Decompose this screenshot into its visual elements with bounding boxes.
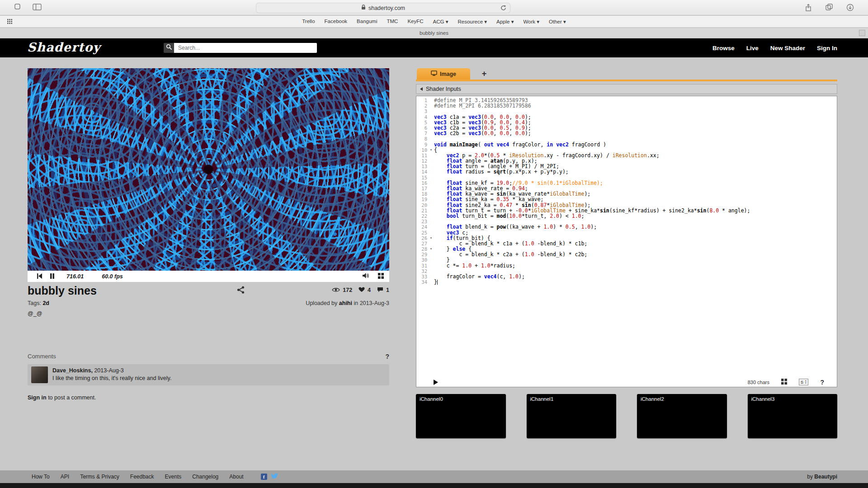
line-number: 11 (416, 153, 428, 158)
volume-icon[interactable] (362, 272, 370, 281)
channel-slot-1[interactable]: iChannel1 (527, 394, 617, 438)
nav-new-shader[interactable]: New Shader (770, 45, 805, 52)
avatar[interactable] (31, 366, 48, 383)
site-search (164, 43, 317, 53)
facebook-icon[interactable]: f (261, 474, 267, 480)
add-tab-button[interactable]: + (479, 68, 489, 80)
footer-link-api[interactable]: API (61, 474, 69, 480)
address-bar[interactable]: shadertoy.com (256, 3, 510, 13)
nav-live[interactable]: Live (746, 45, 759, 52)
bookmark-item[interactable]: ACG ▾ (433, 19, 448, 25)
code-line[interactable]: 24 float blend_k = pow((ka_wave + 1.0) *… (416, 224, 837, 230)
bookmark-item[interactable]: Resourece ▾ (458, 19, 487, 25)
bookmark-item[interactable]: Other ▾ (549, 19, 566, 25)
monitor-icon (431, 70, 437, 77)
bookmark-item[interactable]: Apple ▾ (496, 19, 514, 25)
code-line[interactable]: 9void mainImage( out vec4 fragColor, in … (416, 142, 837, 147)
author-link[interactable]: ahihi (339, 300, 352, 306)
line-number: 1 (416, 98, 428, 103)
channel-slot-2[interactable]: iChannel2 (637, 394, 727, 438)
bookmark-item[interactable]: TMC (387, 19, 398, 25)
nav-sign-in[interactable]: Sign In (817, 45, 837, 52)
share-browser-icon[interactable] (805, 4, 812, 12)
reload-icon[interactable] (500, 5, 506, 12)
sidebar-toggle-icon[interactable] (33, 4, 42, 10)
code-line[interactable]: 27 c = blend_k * c1a + (1.0 -blend_k) * … (416, 241, 837, 246)
code-line[interactable]: 14 float radius = sqrt(p.x*p.x + p.y*p.y… (416, 169, 837, 174)
shadertoy-logo[interactable]: Shadertoy (27, 40, 100, 54)
comments-help-button[interactable]: ? (385, 353, 389, 360)
bookmark-item[interactable]: Work ▾ (523, 19, 539, 25)
likes-icon[interactable] (359, 286, 365, 294)
channel-label: iChannel2 (641, 396, 664, 402)
tab-overview-icon[interactable] (826, 4, 833, 10)
font-size-stepper[interactable]: S ▲▼ (799, 379, 808, 385)
signin-link[interactable]: Sign in (28, 394, 47, 401)
downloads-icon[interactable] (846, 4, 854, 11)
tab-image[interactable]: Image (417, 68, 470, 80)
editor-column: Image + Shader Inputs 1#define M_PI 3.14… (416, 68, 837, 438)
bookmark-item[interactable]: KeyFC (407, 19, 423, 25)
player-bar: 716.01 60.0 fps (28, 271, 389, 282)
bookmark-item[interactable]: Bangumi (357, 19, 377, 25)
views-icon (332, 286, 340, 294)
line-number: 4 (416, 114, 428, 120)
nav-browse[interactable]: Browse (712, 45, 735, 52)
bookmark-item[interactable]: Trello (302, 19, 315, 25)
compile-button[interactable] (434, 380, 438, 385)
code-line[interactable]: 7vec3 c2b = vec3(0.0, 0.0, 0.0); (416, 131, 837, 136)
footer-link-changelog[interactable]: Changelog (192, 474, 218, 480)
channel-slot-3[interactable]: iChannel3 (748, 394, 838, 438)
shader-inputs-toggle[interactable]: Shader Inputs (416, 84, 837, 94)
line-number: 17 (416, 186, 428, 191)
code-line[interactable]: 29 c = blend_k * c2a + (1.0 -blend_k) * … (416, 252, 837, 257)
code-line[interactable]: 22 bool turn_bit = mod(10.0*turn_t, 2.0)… (416, 213, 837, 219)
collapse-arrow-icon (420, 87, 423, 91)
code-line[interactable]: 34} (416, 279, 837, 285)
code-area[interactable]: 1#define M_PI 3.1415926535897932#define … (416, 96, 837, 377)
line-number: 10 (416, 147, 428, 153)
rewind-button[interactable] (37, 272, 42, 281)
editor-fullscreen-icon[interactable] (781, 378, 787, 386)
pause-button[interactable] (50, 272, 55, 281)
uploaded-line: Uploaded by ahihi in 2013-Aug-3 (306, 300, 389, 306)
fold-arrow-icon[interactable]: ▾ (428, 246, 434, 252)
fold-arrow-icon[interactable]: ▾ (428, 147, 434, 153)
fullscreen-icon[interactable] (378, 272, 384, 281)
active-tab-title[interactable]: bubbly sines (420, 30, 448, 36)
new-tab-button[interactable] (859, 30, 865, 36)
footer-link-feedback[interactable]: Feedback (130, 474, 154, 480)
footer-link-events[interactable]: Events (165, 474, 182, 480)
search-input[interactable] (174, 43, 317, 53)
browser-tab-bar: bubbly sines (0, 28, 868, 38)
code-line[interactable]: 31 c *= 1.0 + 1.0*radius; (416, 263, 837, 268)
bookmarks-grid-icon[interactable] (7, 19, 12, 25)
footer-link-how-to[interactable]: How To (32, 474, 50, 480)
line-number: 23 (416, 219, 428, 224)
window-controls-icon[interactable] (14, 4, 20, 9)
tag-2d[interactable]: 2d (42, 300, 49, 306)
line-number: 25 (416, 230, 428, 235)
lock-icon (361, 5, 366, 11)
bookmark-item[interactable]: Facebook (325, 19, 348, 25)
code-line[interactable]: 2#define M_2PI 6.283185307179586 (416, 103, 837, 108)
comment-item: Dave_Hoskins, 2013-Aug-3I like the timin… (28, 364, 389, 385)
code-line[interactable]: 33 fragColor = vec4(c, 1.0); (416, 274, 837, 279)
comment-author[interactable]: Dave_Hoskins, (52, 367, 94, 374)
comments-count: 1 (386, 287, 389, 293)
fold-arrow-icon[interactable]: ▾ (428, 235, 434, 241)
search-button[interactable] (164, 43, 174, 53)
line-number: 16 (416, 180, 428, 186)
share-button[interactable] (236, 286, 245, 296)
footer-link-about[interactable]: About (229, 474, 243, 480)
channel-slot-0[interactable]: iChannel0 (416, 394, 506, 438)
line-number: 19 (416, 197, 428, 202)
line-number: 28 (416, 246, 428, 252)
editor-help-button[interactable]: ? (820, 379, 824, 386)
code-text: c = blend_k * c1a + (1.0 -blend_k) * c1b… (434, 241, 837, 246)
code-text: void mainImage( out vec4 fragColor, in v… (434, 142, 837, 147)
footer-link-terms-privacy[interactable]: Terms & Privacy (80, 474, 119, 480)
twitter-icon[interactable] (270, 473, 278, 481)
shader-canvas[interactable] (28, 68, 389, 271)
shader-stats: 172 4 1 (332, 286, 389, 294)
